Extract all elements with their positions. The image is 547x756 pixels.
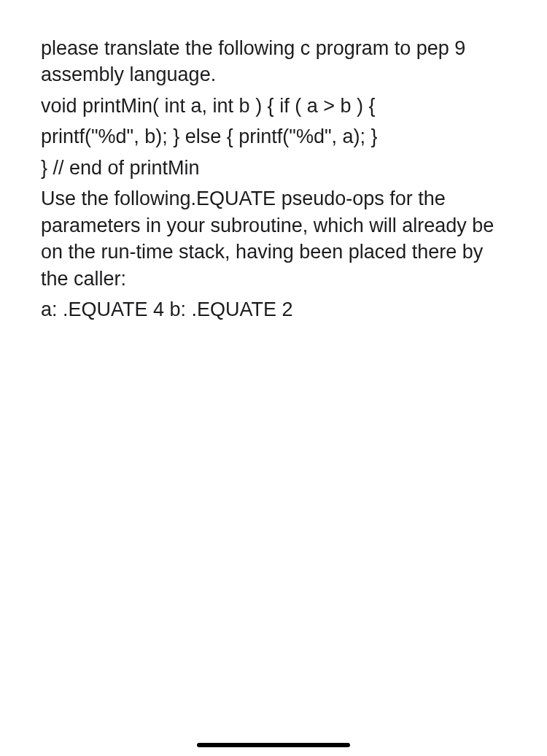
paragraph-instructions: Use the following.EQUATE pseudo-ops for … bbox=[41, 185, 506, 292]
paragraph-code-line-1: void printMin( int a, int b ) { if ( a >… bbox=[41, 93, 506, 119]
paragraph-equates: a: .EQUATE 4 b: .EQUATE 2 bbox=[41, 296, 506, 323]
paragraph-code-line-3: } // end of printMin bbox=[41, 155, 506, 181]
paragraph-intro: please translate the following c program… bbox=[41, 35, 506, 88]
home-indicator[interactable] bbox=[197, 743, 350, 747]
document-content: please translate the following c program… bbox=[41, 35, 506, 323]
paragraph-code-line-2: printf("%d", b); } else { printf("%d", a… bbox=[41, 123, 506, 150]
